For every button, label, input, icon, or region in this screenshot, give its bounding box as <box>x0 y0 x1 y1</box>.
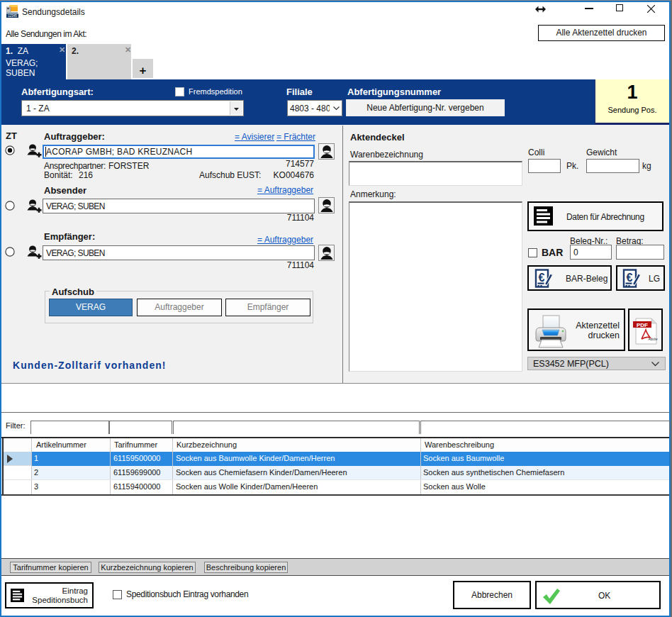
svg-text:PDF: PDF <box>637 322 648 328</box>
svg-text:12345: 12345 <box>8 14 17 18</box>
svg-text:€: € <box>627 272 633 284</box>
svg-text:Adobe: Adobe <box>647 338 658 341</box>
svg-text:€: € <box>539 272 545 284</box>
